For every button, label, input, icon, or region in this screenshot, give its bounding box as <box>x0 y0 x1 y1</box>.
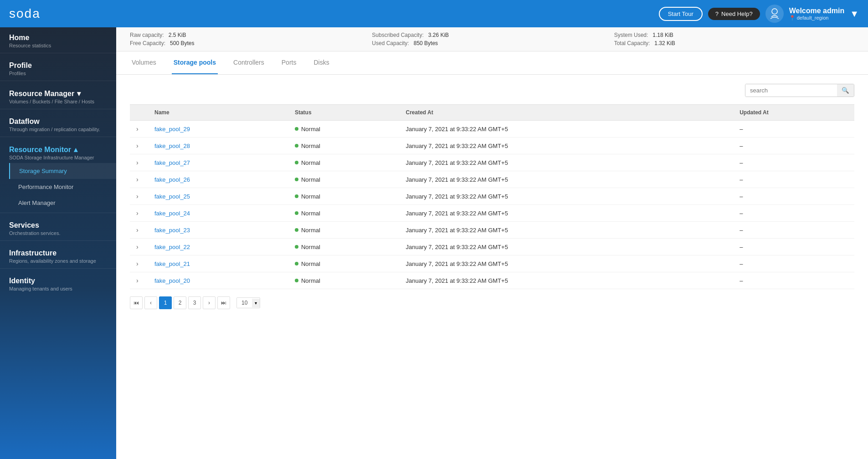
status-text: Normal <box>301 159 320 166</box>
resource-monitor-submenu: Storage Summary Performance Monitor Aler… <box>0 163 116 211</box>
search-input[interactable] <box>745 84 837 97</box>
row-expand-button[interactable]: › <box>136 176 139 183</box>
sidebar-item-resource-monitor[interactable]: Resource Monitor ▴ SODA Storage Infrastr… <box>0 139 116 163</box>
app-header: soda Start Tour ? Need Help? Welcome adm… <box>0 0 868 27</box>
row-expand-button[interactable]: › <box>136 277 139 284</box>
pool-link[interactable]: fake_pool_24 <box>154 210 190 217</box>
tabs-bar: Volumes Storage pools Controllers Ports … <box>116 51 868 75</box>
row-expand-cell: › <box>130 138 148 154</box>
col-name[interactable]: Name <box>148 105 288 121</box>
row-updated-at-cell: – <box>733 239 854 255</box>
pool-link[interactable]: fake_pool_23 <box>154 227 190 234</box>
row-name-cell: fake_pool_23 <box>148 222 288 239</box>
sidebar-item-performance-monitor[interactable]: Performance Monitor <box>9 179 116 195</box>
svg-point-0 <box>772 9 777 14</box>
tab-volumes[interactable]: Volumes <box>130 51 158 74</box>
tab-storage-pools[interactable]: Storage pools <box>172 51 218 74</box>
pool-link[interactable]: fake_pool_27 <box>154 159 190 166</box>
used-capacity-item: Used Capacity: 850 Bytes <box>372 40 612 46</box>
row-created-at-cell: January 7, 2021 at 9:33:22 AM GMT+5 <box>400 239 734 255</box>
raw-capacity-label: Raw capacity: <box>130 32 164 38</box>
header-actions: Start Tour ? Need Help? Welcome admin 📍 … <box>659 5 859 23</box>
row-status-cell: Normal <box>288 272 400 289</box>
page-prev-button[interactable]: ‹ <box>144 296 157 309</box>
page-last-button[interactable]: ⏭ <box>217 296 230 309</box>
row-expand-button[interactable]: › <box>136 159 139 166</box>
location-icon: 📍 <box>789 15 796 21</box>
table-row: › fake_pool_28 Normal January 7, 2021 at… <box>130 138 854 154</box>
page-size-value: 10 <box>237 298 252 308</box>
tab-disks[interactable]: Disks <box>312 51 331 74</box>
services-subtitle: Orchestration services. <box>9 230 107 236</box>
sidebar-item-home[interactable]: Home Resource statistics <box>0 27 116 51</box>
sidebar-item-dataflow[interactable]: Dataflow Through migration / replication… <box>0 111 116 135</box>
sidebar: Home Resource statistics Profile Profile… <box>0 27 116 459</box>
user-info: Welcome admin 📍 default_region <box>789 7 845 21</box>
row-status-cell: Normal <box>288 171 400 188</box>
row-created-at-cell: January 7, 2021 at 9:33:22 AM GMT+5 <box>400 222 734 239</box>
row-expand-button[interactable]: › <box>136 209 139 217</box>
profile-title: Profile <box>9 61 107 70</box>
row-created-at-cell: January 7, 2021 at 9:33:22 AM GMT+5 <box>400 121 734 138</box>
pool-link[interactable]: fake_pool_26 <box>154 176 190 183</box>
tab-controllers[interactable]: Controllers <box>231 51 266 74</box>
page-first-button[interactable]: ⏮ <box>130 296 143 309</box>
main-layout: Home Resource statistics Profile Profile… <box>0 27 868 459</box>
row-expand-button[interactable]: › <box>136 260 139 267</box>
row-expand-button[interactable]: › <box>136 243 139 250</box>
row-expand-button[interactable]: › <box>136 226 139 234</box>
status-dot <box>295 178 298 181</box>
row-expand-button[interactable]: › <box>136 125 139 133</box>
sidebar-item-services[interactable]: Services Orchestration services. <box>0 215 116 239</box>
page-2-button[interactable]: 2 <box>174 296 186 309</box>
pool-link[interactable]: fake_pool_29 <box>154 126 190 133</box>
sidebar-item-resource-manager[interactable]: Resource Manager ▾ Volumes / Buckets / F… <box>0 83 116 107</box>
row-expand-button[interactable]: › <box>136 193 139 200</box>
home-subtitle: Resource statistics <box>9 43 107 48</box>
status-text: Normal <box>301 244 320 250</box>
services-title: Services <box>9 221 107 230</box>
user-menu-chevron[interactable]: ▼ <box>850 9 859 19</box>
sidebar-item-storage-summary[interactable]: Storage Summary <box>9 163 116 179</box>
row-expand-cell: › <box>130 239 148 255</box>
search-button[interactable]: 🔍 <box>837 84 854 97</box>
table-row: › fake_pool_21 Normal January 7, 2021 at… <box>130 255 854 272</box>
start-tour-button[interactable]: Start Tour <box>659 7 703 21</box>
sidebar-item-infrastructure[interactable]: Infrastructure Regions, availability zon… <box>0 243 116 266</box>
free-capacity-label: Free Capacity: <box>130 40 165 46</box>
storage-pools-table: Name Status Created At Updated At › fake… <box>130 104 854 289</box>
tab-ports[interactable]: Ports <box>280 51 298 74</box>
pool-link[interactable]: fake_pool_28 <box>154 143 190 149</box>
page-1-button[interactable]: 1 <box>159 296 172 309</box>
table-row: › fake_pool_25 Normal January 7, 2021 at… <box>130 188 854 205</box>
sidebar-item-identity[interactable]: Identity Managing tenants and users <box>0 270 116 294</box>
welcome-text: Welcome admin <box>789 7 845 15</box>
total-capacity-label: Total Capacity: <box>614 40 650 46</box>
raw-capacity-value: 2.5 KiB <box>169 32 186 38</box>
row-updated-at-cell: – <box>733 154 854 171</box>
infrastructure-title: Infrastructure <box>9 249 107 257</box>
table-row: › fake_pool_22 Normal January 7, 2021 at… <box>130 239 854 255</box>
status-dot <box>295 127 298 131</box>
sidebar-divider-6 <box>0 240 116 241</box>
status-dot <box>295 194 298 198</box>
home-title: Home <box>9 34 107 42</box>
row-expand-button[interactable]: › <box>136 142 139 149</box>
region-info: 📍 default_region <box>789 15 845 21</box>
pool-link[interactable]: fake_pool_20 <box>154 277 190 284</box>
page-next-button[interactable]: › <box>203 296 216 309</box>
pool-link[interactable]: fake_pool_22 <box>154 244 190 250</box>
resource-monitor-subtitle: SODA Storage Infrastructure Manager <box>9 155 107 160</box>
row-status-cell: Normal <box>288 121 400 138</box>
pool-link[interactable]: fake_pool_21 <box>154 260 190 267</box>
dataflow-subtitle: Through migration / replication capabili… <box>9 127 107 132</box>
page-size-dropdown-button[interactable]: ▾ <box>252 299 260 307</box>
search-row: 🔍 <box>130 84 854 97</box>
row-updated-at-cell: – <box>733 121 854 138</box>
sidebar-item-alert-manager[interactable]: Alert Manager <box>9 195 116 211</box>
need-help-button[interactable]: ? Need Help? <box>708 8 760 20</box>
page-3-button[interactable]: 3 <box>188 296 201 309</box>
pool-link[interactable]: fake_pool_25 <box>154 193 190 200</box>
soda-foundation-icon <box>765 5 784 23</box>
sidebar-item-profile[interactable]: Profile Profiles <box>0 55 116 79</box>
